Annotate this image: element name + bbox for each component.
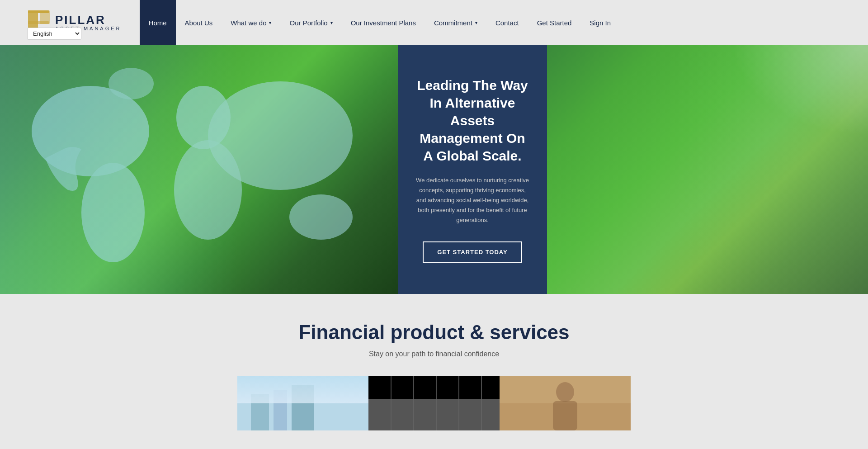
svg-point-10 <box>108 68 154 99</box>
hero-title: Leading The Way In Alternative Assets Ma… <box>416 76 529 165</box>
hero-forest-left <box>0 45 398 294</box>
chevron-down-icon: ▾ <box>475 20 477 25</box>
hero-section: Leading The Way In Alternative Assets Ma… <box>0 45 868 294</box>
services-subtitle: Stay on your path to financial confidenc… <box>54 350 814 358</box>
nav-item-about[interactable]: About Us <box>176 0 222 45</box>
svg-point-5 <box>81 163 145 262</box>
service-card-3[interactable] <box>500 376 631 430</box>
nav-item-contact[interactable]: Contact <box>486 0 528 45</box>
nav-item-what-we-do[interactable]: What we do ▾ <box>222 0 280 45</box>
svg-rect-2 <box>28 10 49 13</box>
svg-rect-3 <box>28 21 49 24</box>
chevron-down-icon: ▾ <box>269 20 271 25</box>
nav-item-sign-in[interactable]: Sign In <box>580 0 620 45</box>
service-card-1[interactable] <box>237 376 368 430</box>
main-nav: Home About Us What we do ▾ Our Portfolio… <box>140 0 620 45</box>
hero-forest-right <box>547 45 868 294</box>
svg-point-8 <box>208 81 353 190</box>
services-title: Financial product & services <box>54 321 814 344</box>
hero-content-panel: Leading The Way In Alternative Assets Ma… <box>398 45 547 294</box>
service-card-2-image <box>368 376 500 430</box>
service-card-2[interactable] <box>368 376 500 430</box>
services-cards <box>54 376 814 430</box>
logo-title: PILLAR <box>55 14 122 26</box>
service-card-3-image <box>500 376 631 430</box>
svg-rect-29 <box>500 376 631 430</box>
nav-item-investment-plans[interactable]: Our Investment Plans <box>342 0 425 45</box>
svg-point-9 <box>289 194 353 240</box>
nav-item-portfolio[interactable]: Our Portfolio ▾ <box>280 0 341 45</box>
header: PILLAR ASSET MANAGER Home About Us What … <box>0 0 868 45</box>
hero-description: We dedicate ourselves to nurturing creat… <box>416 175 529 225</box>
nav-item-home[interactable]: Home <box>140 0 176 45</box>
language-select-input[interactable]: English Français Español Deutsch <box>27 28 81 40</box>
hero-world-map <box>9 59 389 280</box>
services-section: Financial product & services Stay on you… <box>0 294 868 449</box>
service-card-1-image <box>237 376 368 430</box>
nav-item-commitment[interactable]: Commitment ▾ <box>425 0 486 45</box>
chevron-down-icon: ▾ <box>330 20 333 25</box>
nav-item-get-started[interactable]: Get Started <box>528 0 581 45</box>
svg-rect-19 <box>368 399 500 430</box>
hero-cta-button[interactable]: GET STARTED TODAY <box>423 241 522 263</box>
svg-rect-16 <box>237 376 368 403</box>
language-selector[interactable]: English Français Español Deutsch <box>27 28 81 40</box>
